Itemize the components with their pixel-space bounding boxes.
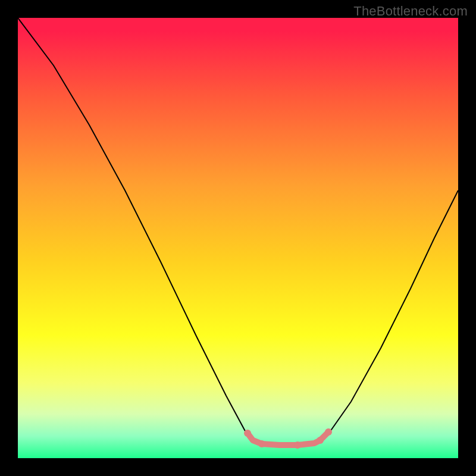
watermark-text: TheBottleneck.com (353, 4, 468, 19)
bottleneck-curve (18, 18, 458, 445)
plot-area (18, 18, 458, 458)
svg-point-5 (325, 428, 332, 436)
curve-layer (18, 18, 458, 458)
chart-frame: TheBottleneck.com (0, 0, 476, 476)
svg-point-4 (317, 437, 324, 444)
svg-point-2 (258, 440, 265, 447)
svg-point-3 (294, 441, 301, 449)
svg-point-1 (244, 430, 251, 437)
